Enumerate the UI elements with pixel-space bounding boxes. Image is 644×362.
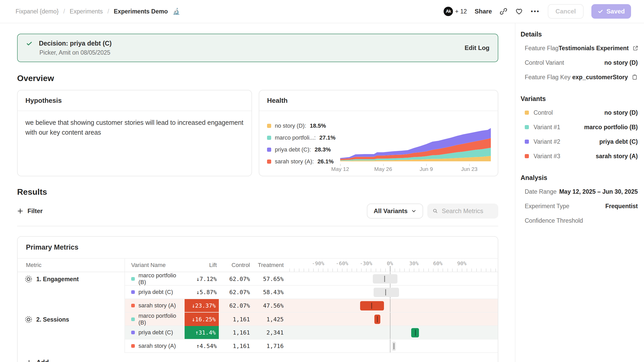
- collaborator-avatar[interactable]: Ak: [444, 7, 453, 16]
- axis-zero-tick: [390, 266, 390, 272]
- variant-color-chip: [131, 331, 135, 334]
- health-card: Health no story (D): 18.5%marco portfoli…: [259, 90, 498, 176]
- axis-label: 60%: [433, 260, 443, 266]
- confidence-interval-cell: [286, 326, 498, 339]
- axis-label: -60%: [336, 260, 348, 266]
- metric-name: 1. Engagement: [36, 275, 79, 283]
- overview-heading: Overview: [17, 74, 498, 83]
- decision-title-row: Decision: priya debt (C): [26, 40, 112, 47]
- axis-label: 90%: [457, 260, 466, 266]
- treatment-cell: 57.65%: [252, 272, 286, 286]
- treatment-cell: 47.56%: [252, 299, 286, 312]
- copy-link-icon[interactable]: [500, 8, 507, 15]
- breadcrumb-separator: /: [63, 8, 65, 15]
- legend-label: priya debt (C):: [275, 146, 311, 153]
- legend-label: no story (D):: [275, 122, 306, 129]
- decision-subtitle: Picker, Amit on 08/05/2025: [39, 49, 112, 56]
- variant-color-chip: [525, 125, 529, 129]
- variant-name: sarah story (A): [138, 302, 176, 309]
- primary-metrics-card: Primary Metrics Metric Variant Name Lift…: [17, 236, 498, 362]
- sidebar-row: Experiment TypeFrequentist: [521, 202, 638, 210]
- axis-minor-tick: [385, 269, 386, 272]
- x-axis-label: May 12: [331, 166, 349, 172]
- axis-minor-tick: [332, 269, 333, 272]
- axis-minor-tick: [471, 269, 472, 272]
- variant-color-chip: [525, 140, 529, 144]
- sidebar-row-value: Testimonials Experiment: [558, 45, 629, 52]
- saved-button-label: Saved: [606, 8, 625, 15]
- sidebar-section-variants: VariantsControlno story (D)Variant #1mar…: [521, 95, 638, 160]
- table-row: marco portfolio (B)↓7.12%62.07%57.65%: [125, 272, 498, 286]
- metric-target-icon: [25, 275, 32, 285]
- axis-minor-tick: [289, 269, 290, 272]
- confidence-interval-cell: [286, 313, 498, 326]
- sidebar-row-label: Variant #1: [534, 124, 560, 131]
- breadcrumb-project[interactable]: Fixpanel {demo}: [16, 8, 59, 15]
- search-metrics-box[interactable]: [427, 204, 498, 219]
- sidebar-row-value: May 12, 2025 – Jun 30, 2025: [559, 188, 638, 195]
- axis-label: 0%: [387, 260, 393, 266]
- axis-minor-tick: [457, 269, 458, 272]
- variant-filter-dropdown[interactable]: All Variants: [367, 204, 423, 219]
- legend-value: 18.5%: [310, 122, 326, 129]
- axis-minor-tick: [447, 269, 448, 272]
- share-button[interactable]: Share: [475, 8, 492, 15]
- column-header-lift: Lift: [185, 259, 219, 272]
- collaborator-count[interactable]: + 12: [455, 8, 467, 15]
- check-icon: [26, 40, 33, 47]
- zero-axis-line: [390, 299, 390, 312]
- table-row: marco portfolio (B)↓16.25%1,1611,425: [125, 313, 498, 326]
- sidebar-row: Control Variantno story (D): [521, 59, 638, 67]
- axis-minor-tick: [438, 269, 438, 272]
- variant-color-chip: [525, 111, 529, 115]
- clipboard-icon[interactable]: [632, 74, 638, 80]
- axis-minor-tick: [356, 269, 357, 272]
- health-area-chart: [337, 125, 492, 164]
- axis-minor-tick: [409, 269, 410, 272]
- legend-value: 26.1%: [317, 158, 333, 165]
- add-metric-button[interactable]: Add: [18, 353, 498, 362]
- variant-name: marco portfolio (B): [138, 313, 185, 326]
- sidebar-row: Confidence Threshold: [521, 217, 638, 225]
- lift-cell: ↓7.12%: [185, 272, 219, 286]
- edit-log-button[interactable]: Edit Log: [465, 44, 489, 52]
- sidebar-heading-details: Details: [521, 31, 638, 38]
- column-header-control: Control: [219, 259, 252, 272]
- axis-minor-tick: [481, 269, 481, 272]
- variant-color-chip: [131, 290, 135, 294]
- sidebar-section-analysis: AnalysisDate RangeMay 12, 2025 – Jun 30,…: [521, 174, 638, 225]
- axis-minor-tick: [400, 269, 400, 272]
- variant-cell: marco portfolio (B): [125, 313, 185, 326]
- favorite-heart-icon[interactable]: [515, 8, 523, 15]
- table-row: sarah story (A)↓23.37%62.07%47.56%: [125, 299, 498, 313]
- axis-minor-tick: [352, 269, 352, 272]
- metric-target-icon: [25, 316, 32, 325]
- column-header-variant: Variant Name: [125, 259, 185, 272]
- health-legend-item: priya debt (C): 28.3%: [267, 146, 337, 153]
- axis-minor-tick: [433, 269, 433, 272]
- breadcrumb-current: Experiments Demo: [114, 8, 168, 15]
- metric-cell: 1. Engagement: [18, 272, 125, 313]
- more-options-icon[interactable]: •••: [531, 8, 540, 15]
- axis-minor-tick: [347, 269, 347, 272]
- metrics-table-header: Metric Variant Name Lift Control Treatme…: [18, 259, 498, 272]
- metrics-table-header-right: Variant Name Lift Control Treatment -90%…: [125, 259, 498, 272]
- lift-marker: [415, 330, 416, 336]
- breadcrumb-experiments[interactable]: Experiments: [70, 8, 103, 15]
- metric-name: 2. Sessions: [36, 316, 69, 323]
- health-legend-item: marco portfoli...: 27.1%: [267, 134, 337, 141]
- cancel-button[interactable]: Cancel: [548, 4, 584, 19]
- treatment-cell: 1,716: [252, 339, 286, 352]
- variant-name: priya debt (C): [138, 329, 173, 336]
- saved-button[interactable]: Saved: [591, 4, 631, 19]
- search-metrics-input[interactable]: [442, 207, 493, 215]
- axis-label: -30%: [360, 260, 372, 266]
- external-link-icon[interactable]: [632, 45, 639, 51]
- search-icon: [432, 208, 438, 214]
- add-filter-button[interactable]: Filter: [17, 207, 43, 215]
- health-chart-x-axis: May 12May 26Jun 9Jun 23: [337, 164, 492, 172]
- lift-marker: [385, 289, 386, 295]
- axis-minor-tick: [376, 269, 376, 272]
- details-sidebar: DetailsFeature FlagTestimonials Experime…: [515, 23, 644, 362]
- legend-value: 28.3%: [314, 146, 331, 153]
